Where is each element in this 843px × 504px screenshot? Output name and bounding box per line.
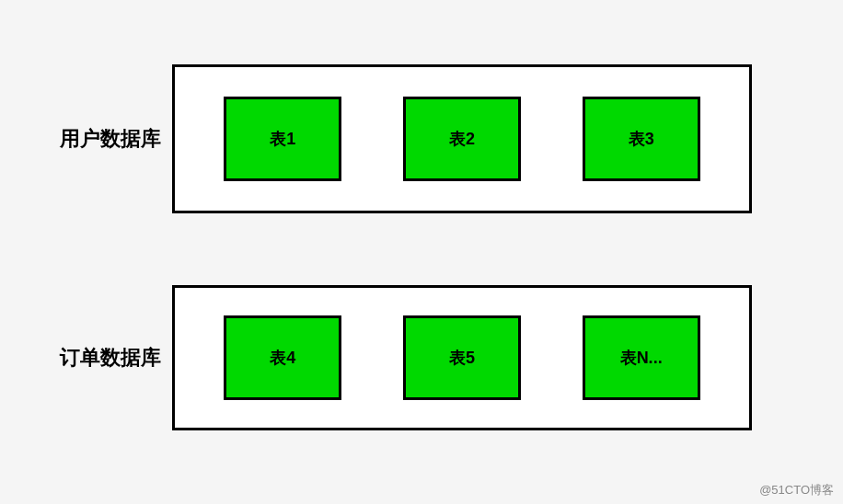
table-box: 表N... [583,315,700,400]
database-label: 用户数据库 [60,125,161,153]
table-box: 表4 [224,315,341,400]
diagram-container: 用户数据库 表1 表2 表3 订单数据库 表4 表5 表N... @51CTO博… [0,0,843,504]
database-box: 表1 表2 表3 [172,64,752,213]
table-box: 表2 [403,97,521,181]
database-label: 订单数据库 [60,344,161,372]
database-group-orders: 订单数据库 表4 表5 表N... [60,285,752,430]
database-box: 表4 表5 表N... [172,285,752,430]
table-box: 表3 [583,97,700,181]
database-group-users: 用户数据库 表1 表2 表3 [60,64,752,213]
watermark-text: @51CTO博客 [759,482,834,498]
table-box: 表1 [224,97,341,181]
table-box: 表5 [403,315,521,400]
